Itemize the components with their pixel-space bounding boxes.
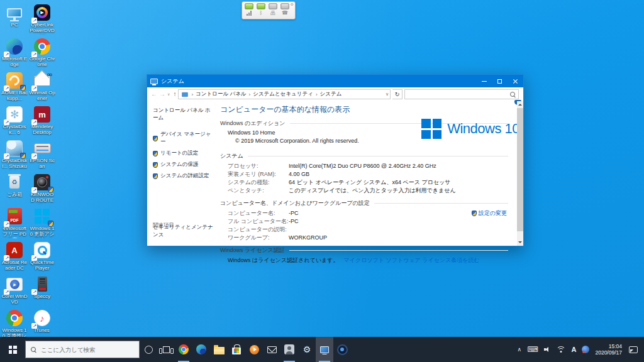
taskbar-clock[interactable]: 15:04 2020/09/17 <box>595 343 622 356</box>
wan-toggle-off[interactable] <box>280 3 289 9</box>
task-view-button[interactable] <box>157 337 175 362</box>
taskbar-system-window[interactable] <box>316 337 333 362</box>
hidden-icons-chevron[interactable]: ∧ <box>518 346 522 353</box>
desktop-icon-itunes[interactable]: ♪↗ iTunes <box>29 309 55 334</box>
taskbar-people-app[interactable] <box>280 337 298 362</box>
back-icon[interactable]: ← <box>151 91 157 97</box>
bluetooth-toggle-on[interactable] <box>257 3 265 9</box>
shortcut-arrow-icon: ↗ <box>4 119 9 125</box>
taskbar-round-app[interactable] <box>333 337 351 362</box>
edge-icon <box>196 344 206 354</box>
wifi-toggle-on[interactable] <box>245 3 253 9</box>
scrollbar-thumb[interactable] <box>517 108 523 231</box>
folder-icon <box>214 347 225 354</box>
history-chevron-icon[interactable]: ∨ <box>167 92 170 96</box>
minimize-button[interactable] <box>476 75 492 87</box>
speccy-icon <box>38 277 47 292</box>
tray-app-icon[interactable] <box>582 346 589 353</box>
sidebar-system-protection[interactable]: システムの保護 <box>153 161 214 168</box>
desktop-icon-recycle-bin[interactable]: ♻ ごみ箱 <box>1 173 28 198</box>
taskbar-settings[interactable]: ⚙ <box>298 337 316 362</box>
breadcrumb-separator: › <box>191 92 194 97</box>
breadcrumb-control-panel[interactable]: コントロール パネル <box>196 90 246 98</box>
desktop-icon-4videosoft-pdf[interactable]: PDF↗ 4Videosoft フリー PDF 変... <box>1 207 28 238</box>
desktop-icon-aomei[interactable]: ↗ AOMEI Backupp... <box>1 72 28 102</box>
desktop: PC ▶↗ CyberLink PowerDVD 17 ↗ Microsoft … <box>0 0 644 362</box>
scroll-up-icon[interactable] <box>517 101 523 108</box>
change-settings-link[interactable]: 設定の変更 <box>472 209 507 217</box>
desktop-icon-crystaldiskmark[interactable]: ✻↗ CrystalDisk... 6 <box>1 106 28 136</box>
desktop-icon-quicktime[interactable]: ↗ QuickTime Player <box>29 241 55 272</box>
spec-row-ram: 実装メモリ (RAM):4.00 GB <box>220 170 508 178</box>
desktop-icon-compat-report[interactable]: Windows 10 互換性レポート <box>1 309 28 340</box>
taskbar-powerdvd[interactable] <box>245 337 263 362</box>
security-maintenance-link[interactable]: セキュリティとメンテナンス <box>153 224 218 239</box>
volume-icon[interactable] <box>544 346 551 353</box>
desktop-icon-kenwood[interactable]: ↗ KENWOOD ROUTE W... <box>29 173 55 204</box>
maximize-button[interactable] <box>492 75 508 87</box>
taskbar-file-explorer[interactable] <box>210 337 228 362</box>
license-terms-link[interactable]: マイクロソフト ソフトウェア ライセンス条項を読む <box>344 256 480 264</box>
system-window-icon <box>320 346 329 353</box>
breadcrumb-system[interactable]: システム <box>320 90 342 98</box>
sidebar-remote-settings[interactable]: リモートの設定 <box>153 150 214 157</box>
desktop-icon-winmail[interactable]: oo↗ Winmail Opener <box>29 72 55 102</box>
sidebar-home-link[interactable]: コントロール パネル ホーム <box>153 107 214 122</box>
scroll-down-icon[interactable] <box>517 239 523 246</box>
desktop-icon-win10-update-assistant[interactable]: Windows 10 更新アシスタ... <box>29 207 55 238</box>
close-button[interactable] <box>508 75 523 87</box>
vertical-scrollbar[interactable] <box>517 101 523 246</box>
desktop-icon-acrobat[interactable]: A↗ Acrobat Reader DC <box>1 241 28 272</box>
breadcrumb-separator: › <box>315 92 318 97</box>
ime-mode-indicator[interactable]: A <box>572 346 577 353</box>
desktop-icon-mendeley[interactable]: m↗ Mendeley Desktop <box>29 106 55 136</box>
toggle-wan[interactable]: ☎ <box>280 3 290 16</box>
taskbar-search-input[interactable] <box>41 346 134 353</box>
search-icon <box>510 92 516 97</box>
desktop-icon-windvd[interactable]: ▶↗ Corel WinDVD <box>1 275 28 305</box>
widget-gear-icon[interactable]: ⚙ <box>291 3 294 6</box>
sidebar-device-manager[interactable]: デバイス マネージャー <box>153 131 214 146</box>
desktop-icon-epson-scan[interactable]: ↗ EPSON Scan <box>29 140 55 170</box>
sidebar-advanced-settings[interactable]: システムの詳細設定 <box>153 172 214 180</box>
spec-row-pen-touch: ペンとタッチ:このディスプレイでは、ペン入力とタッチ入力は利用できません <box>220 187 508 194</box>
desktop-icon-edge[interactable]: ↗ Microsoft Edge <box>1 38 28 68</box>
toggle-bluetooth[interactable]: ᛒ <box>256 3 266 16</box>
explorer-search-box[interactable] <box>404 89 519 99</box>
desktop-icon-powerdvd[interactable]: ▶↗ CyberLink PowerDVD 17 <box>29 4 55 35</box>
desktop-icon-speccy[interactable]: ↗ Speccy <box>29 275 55 300</box>
explorer-search-input[interactable] <box>408 91 510 97</box>
search-icon <box>31 347 36 353</box>
lan-icon: 品 <box>270 10 275 16</box>
refresh-button[interactable]: ↻ <box>392 89 402 99</box>
window-titlebar[interactable]: システム <box>147 75 523 87</box>
action-center-icon[interactable] <box>628 346 638 353</box>
taskbar-chrome[interactable] <box>175 337 192 362</box>
cortana-button[interactable] <box>140 337 157 362</box>
taskbar-store[interactable] <box>228 337 245 362</box>
address-bar[interactable]: › コントロール パネル › システムとセキュリティ › システム ∨ <box>178 89 391 99</box>
breadcrumb-system-security[interactable]: システムとセキュリティ <box>253 90 313 98</box>
gear-icon: ⚙ <box>303 345 311 354</box>
round-app-icon <box>337 344 348 355</box>
person-icon <box>284 344 294 354</box>
taskbar-mail[interactable] <box>263 337 280 362</box>
uac-shield-icon <box>472 211 477 216</box>
touch-keyboard-icon[interactable]: ⌨ <box>527 345 538 354</box>
taskbar-edge[interactable] <box>192 337 210 362</box>
start-button[interactable] <box>0 337 25 362</box>
network-icon[interactable] <box>557 346 566 353</box>
desktop-icon-pc[interactable]: PC <box>1 4 28 28</box>
forward-icon[interactable]: → <box>159 91 165 97</box>
shortcut-arrow-icon: ↗ <box>31 187 37 193</box>
toggle-wireless-lan[interactable] <box>244 3 254 16</box>
taskbar-search-box[interactable] <box>25 341 140 358</box>
cn-row-full-name: フル コンピューター名:-PC <box>220 217 508 225</box>
up-icon[interactable]: ↑ <box>173 91 176 97</box>
desktop-icon-chrome[interactable]: ↗ Google Chrome <box>29 38 55 68</box>
close-icon <box>513 79 518 84</box>
address-dropdown-icon[interactable]: ∨ <box>386 92 389 97</box>
toggle-wired-lan[interactable]: 品 <box>268 3 278 16</box>
desktop-icon-crystaldiskinfo[interactable]: ↗ CrystalDiskI... Shizuku Edi... <box>1 140 28 170</box>
lan-toggle-off[interactable] <box>269 3 277 9</box>
